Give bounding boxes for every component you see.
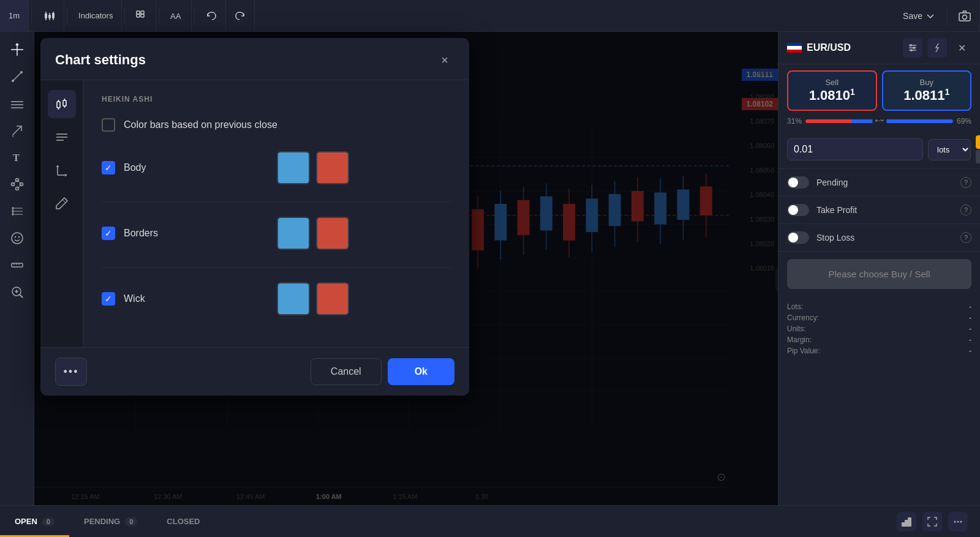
- modal-content: HEIKIN ASHI Color bars based on previous…: [83, 80, 469, 347]
- close-panel-btn[interactable]: ✕: [952, 38, 971, 58]
- wick-blue-swatch[interactable]: [277, 282, 310, 315]
- indicators-btn[interactable]: Indicators: [70, 0, 122, 31]
- compare-icon: [136, 10, 147, 21]
- plus-minus-group: + −: [976, 135, 980, 163]
- undo-btn[interactable]: [197, 0, 226, 31]
- line-tool[interactable]: [6, 65, 29, 88]
- emoji-tool[interactable]: [6, 227, 29, 250]
- modal-more-btn[interactable]: •••: [55, 358, 87, 386]
- take-profit-toggle[interactable]: [787, 204, 809, 216]
- camera-icon: [959, 10, 971, 21]
- borders-blue-swatch[interactable]: [277, 217, 310, 250]
- body-checkbox[interactable]: ✓: [102, 161, 115, 175]
- spread-sell-bar: [805, 119, 851, 123]
- pending-toggle[interactable]: [787, 176, 809, 189]
- color-bars-label: Color bars based on previous close: [124, 119, 277, 130]
- take-profit-label: Take Profit: [816, 205, 960, 215]
- choose-buy-sell-btn[interactable]: Please choose Buy / Sell: [787, 259, 971, 289]
- modal-cancel-btn[interactable]: Cancel: [311, 358, 382, 385]
- trade-icon-btn[interactable]: [897, 512, 916, 531]
- stop-loss-info-icon[interactable]: ?: [960, 232, 971, 243]
- flag-icon: [787, 43, 802, 53]
- modal-header: Chart settings ×: [40, 38, 469, 80]
- body-blue-swatch[interactable]: [277, 151, 310, 184]
- zoom-tool[interactable]: [6, 280, 29, 304]
- tab-pending-label: PENDING: [84, 517, 120, 526]
- borders-red-swatch[interactable]: [316, 217, 349, 250]
- stop-loss-toggle[interactable]: [787, 231, 809, 244]
- redo-btn[interactable]: [226, 0, 255, 31]
- modal-axis-tab[interactable]: [48, 156, 76, 184]
- ruler-tool[interactable]: [6, 253, 29, 277]
- margin-value: -: [969, 336, 971, 344]
- aa-btn[interactable]: AA: [162, 0, 192, 31]
- pair-actions: ✕: [903, 38, 971, 58]
- chart-type-btn[interactable]: [34, 0, 64, 31]
- horizontal-line-tool[interactable]: [6, 92, 29, 115]
- node-icon: [10, 178, 24, 191]
- toolbar-separator-5: [194, 7, 195, 24]
- tab-closed[interactable]: CLOSED: [152, 506, 214, 537]
- currency-label: Currency:: [787, 314, 819, 322]
- line-icon: [10, 70, 24, 83]
- text-tool[interactable]: T: [6, 146, 29, 169]
- settings-icon-btn[interactable]: [903, 38, 922, 58]
- modal-pencil-tab[interactable]: [48, 189, 76, 217]
- timeframe-selector[interactable]: 1m: [0, 0, 29, 31]
- pencil-icon: [55, 196, 69, 211]
- currency-value: -: [969, 314, 971, 322]
- lots-unit-select[interactable]: lots units: [928, 139, 971, 160]
- toolbar-separator-6: [947, 7, 948, 24]
- wick-checkbox[interactable]: ✓: [102, 292, 115, 306]
- toolbar-separator-4: [159, 7, 159, 24]
- tab-open[interactable]: OPEN 0: [0, 506, 69, 537]
- svg-point-15: [963, 15, 967, 19]
- crosshair-tool[interactable]: [6, 38, 29, 61]
- fib-tool[interactable]: [6, 200, 29, 223]
- svg-line-26: [13, 126, 21, 135]
- flash-icon-btn[interactable]: [927, 38, 947, 58]
- pair-info: EUR/USD: [787, 42, 851, 53]
- take-profit-info-icon[interactable]: ?: [960, 205, 971, 216]
- modal-close-btn[interactable]: ×: [435, 50, 454, 70]
- buy-button[interactable]: Buy 1.08111: [882, 70, 972, 111]
- expand-icon-btn[interactable]: [922, 512, 942, 531]
- lots-detail-row: Lots: -: [787, 302, 971, 311]
- svg-line-20: [13, 72, 21, 81]
- arrow-tool[interactable]: [6, 119, 29, 142]
- borders-checkbox[interactable]: ✓: [102, 227, 115, 240]
- sliders-icon: [908, 43, 918, 53]
- spread-buy-bar: [851, 119, 953, 123]
- color-bars-checkbox[interactable]: [102, 118, 115, 132]
- candlestick-icon: [43, 10, 55, 22]
- left-sidebar: T: [0, 32, 34, 505]
- svg-text:AA: AA: [170, 12, 181, 21]
- sell-price: 1.08101: [793, 87, 871, 103]
- lots-minus-btn[interactable]: −: [976, 150, 980, 163]
- pending-info-icon[interactable]: ?: [960, 177, 971, 188]
- bottom-tabbar: OPEN 0 PENDING 0 CLOSED: [0, 505, 980, 537]
- body-red-swatch[interactable]: [316, 151, 349, 184]
- compare-btn[interactable]: [127, 0, 156, 31]
- lots-input[interactable]: [787, 138, 923, 160]
- screenshot-btn[interactable]: [950, 0, 980, 31]
- modal-candles-tab[interactable]: [48, 90, 76, 118]
- pair-name: EUR/USD: [807, 42, 851, 53]
- lots-plus-btn[interactable]: +: [976, 135, 980, 149]
- wick-red-swatch[interactable]: [316, 282, 349, 315]
- modal-ok-btn[interactable]: Ok: [388, 358, 454, 385]
- node-tool[interactable]: [6, 173, 29, 196]
- color-bars-row: Color bars based on previous close: [102, 118, 451, 132]
- pending-label: Pending: [816, 178, 960, 187]
- buy-sell-row: Sell 1.08101 Buy 1.08111: [778, 64, 980, 117]
- svg-rect-0: [45, 13, 47, 18]
- tab-pending[interactable]: PENDING 0: [69, 506, 152, 537]
- modal-text-tab[interactable]: [48, 123, 76, 151]
- lots-detail-label: Lots:: [787, 302, 803, 311]
- save-btn[interactable]: Save: [893, 0, 944, 31]
- modal-action-btns: Cancel Ok: [311, 358, 454, 385]
- divider-1: [102, 201, 451, 202]
- sell-label: Sell: [793, 78, 871, 87]
- sell-button[interactable]: Sell 1.08101: [787, 70, 877, 111]
- more-options-btn[interactable]: [948, 512, 968, 531]
